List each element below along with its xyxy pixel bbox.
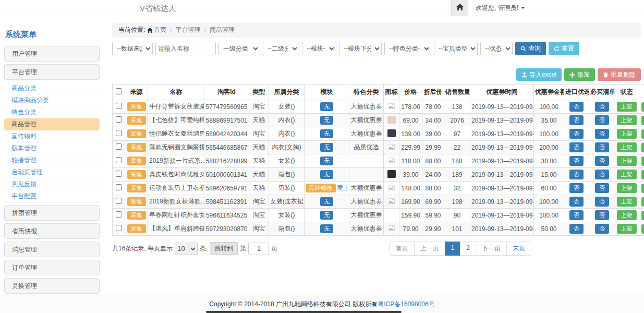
import-choice-toggle[interactable]: 否 (569, 102, 584, 111)
page-next[interactable]: 下一页 (476, 242, 507, 256)
sidebar-item[interactable]: 平台配置 (4, 190, 100, 202)
import-choice-toggle[interactable]: 否 (569, 115, 584, 125)
import-choice-toggle[interactable]: 否 (569, 170, 584, 179)
edit-button[interactable] (641, 211, 644, 220)
coupon-amount-cell: 35.00 (534, 114, 564, 127)
row-checkbox[interactable] (116, 225, 122, 231)
level2-category-select[interactable]: --二级分类-- (263, 42, 299, 55)
must-buy-toggle[interactable]: 否 (595, 129, 609, 138)
must-buy-toggle[interactable]: 否 (595, 142, 609, 152)
status-toggle[interactable]: 上架 (617, 197, 637, 206)
taoke-id-cell: 589042420344 (204, 127, 249, 141)
sidebar-item[interactable]: 宣传物料 (4, 130, 100, 142)
import-choice-toggle[interactable]: 否 (569, 129, 584, 138)
status-toggle[interactable]: 上架 (617, 224, 637, 233)
add-button[interactable]: 添加 (564, 68, 595, 81)
edit-button[interactable] (641, 170, 644, 179)
row-checkbox[interactable] (116, 198, 122, 204)
page-prev[interactable]: 上一页 (414, 242, 445, 256)
icp-link[interactable]: 粤ICP备16098006号 (378, 300, 434, 308)
row-checkbox[interactable] (116, 157, 122, 163)
status-toggle[interactable]: 上架 (617, 115, 637, 125)
must-buy-toggle[interactable]: 否 (595, 210, 609, 220)
row-checkbox[interactable] (116, 116, 122, 123)
sidebar-group[interactable]: 消息管理 (4, 242, 100, 257)
edit-button[interactable] (641, 102, 644, 112)
batch-delete-button[interactable]: 批量删除 (598, 68, 641, 81)
module-select[interactable]: --模块-- (302, 42, 336, 55)
import-choice-toggle[interactable]: 否 (569, 224, 584, 233)
edit-button[interactable] (641, 224, 644, 234)
status-select[interactable]: --状态-- (480, 42, 513, 55)
module-subcategory-select[interactable]: --模块下分类-- (339, 42, 382, 55)
status-toggle[interactable]: 上架 (617, 170, 637, 179)
sidebar-item[interactable]: 意见反馈 (4, 178, 100, 190)
sidebar-item[interactable]: 启动页管理 (4, 166, 100, 178)
sidebar-group[interactable]: 拼团管理 (4, 205, 100, 221)
search-button[interactable]: 查询 (515, 42, 546, 55)
item-type-select[interactable]: --宝贝类型-- (434, 42, 478, 55)
status-toggle[interactable]: 上架 (617, 129, 637, 138)
import-choice-toggle[interactable]: 否 (569, 142, 584, 152)
sidebar-group[interactable]: 平台管理 (4, 64, 100, 80)
reset-button[interactable]: 重置 (549, 42, 579, 55)
page-2[interactable]: 2 (460, 242, 476, 256)
row-checkbox[interactable] (116, 143, 122, 150)
horizontal-scrollbar-thumb[interactable] (206, 311, 402, 313)
select-all-checkbox[interactable] (116, 88, 122, 94)
edit-button[interactable] (641, 197, 644, 207)
sidebar-item[interactable]: 轮播管理 (4, 154, 100, 166)
status-toggle[interactable]: 上架 (617, 142, 637, 152)
import-choice-toggle[interactable]: 否 (569, 183, 584, 192)
sidebar-item[interactable]: 商品分类 (4, 82, 100, 94)
level1-category-select[interactable]: 一级分类 (218, 42, 260, 55)
row-checkbox[interactable] (116, 211, 122, 218)
sidebar-item[interactable]: 版本管理 (4, 142, 100, 154)
edit-button[interactable] (641, 129, 644, 139)
sidebar-group[interactable]: 订单管理 (4, 260, 100, 275)
status-toggle[interactable]: 上架 (617, 102, 637, 111)
page-first[interactable]: 首页 (390, 242, 415, 256)
row-checkbox[interactable] (116, 103, 122, 109)
per-page-select[interactable]: 10 (175, 243, 198, 255)
import-choice-toggle[interactable]: 否 (569, 210, 584, 220)
jump-button[interactable]: 跳转到 (210, 242, 238, 255)
edit-button[interactable] (641, 184, 644, 193)
sidebar-item[interactable]: 特色分类 (4, 106, 100, 118)
sidebar-item[interactable]: 模块商品分类 (4, 94, 100, 106)
sidebar-group[interactable]: 用户管理 (4, 46, 100, 62)
user-menu[interactable]: 欢迎您, 管理员! (476, 4, 525, 13)
row-checkbox[interactable] (116, 184, 122, 190)
page-1[interactable]: 1 (445, 242, 461, 256)
must-buy-toggle[interactable]: 否 (595, 115, 609, 125)
name-search-input[interactable] (155, 42, 216, 55)
status-toggle[interactable]: 上架 (617, 156, 637, 165)
discount-price-cell: 88.00 (422, 182, 444, 195)
must-buy-toggle[interactable]: 否 (595, 102, 609, 111)
edit-button[interactable] (641, 143, 644, 152)
must-buy-toggle[interactable]: 否 (595, 170, 609, 179)
data-source-select[interactable]: --数据来源-- (112, 42, 153, 55)
must-buy-toggle[interactable]: 否 (595, 197, 609, 206)
edit-button[interactable] (641, 156, 644, 166)
feature-category-select[interactable]: --特色分类-- (384, 42, 431, 55)
breadcrumb-home-link[interactable]: 首页 (147, 26, 166, 34)
must-buy-toggle[interactable]: 否 (595, 224, 609, 233)
row-checkbox[interactable] (116, 171, 122, 177)
edit-button[interactable] (641, 116, 644, 125)
page-last[interactable]: 末页 (506, 242, 531, 256)
must-buy-toggle[interactable]: 否 (595, 183, 609, 192)
import-choice-toggle[interactable]: 否 (569, 197, 584, 206)
page-number-input[interactable] (248, 243, 269, 255)
sidebar-group[interactable]: 省惠快报 (4, 223, 100, 239)
status-toggle[interactable]: 上架 (617, 210, 637, 220)
sidebar-group[interactable]: 兑换管理 (4, 278, 100, 294)
sidebar-item[interactable]: 商品管理 (4, 118, 100, 130)
import-choice-toggle[interactable]: 否 (569, 156, 584, 165)
row-checkbox[interactable] (116, 130, 122, 136)
import-excel-button[interactable]: 导入excel (516, 68, 562, 81)
must-buy-toggle[interactable]: 否 (595, 156, 609, 165)
home-button[interactable] (451, 0, 468, 16)
status-toggle[interactable]: 上架 (617, 183, 637, 192)
operation-cell (638, 141, 644, 154)
